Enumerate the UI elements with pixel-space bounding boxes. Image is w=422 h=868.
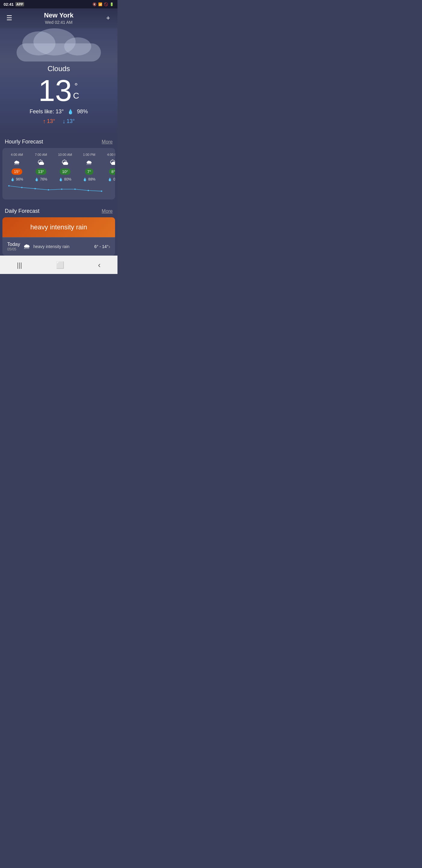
temperature-value: 13 (38, 75, 72, 105)
hour-temp: 7° (85, 168, 93, 175)
city-header: New York Wed 02:41 AM (14, 11, 104, 25)
svg-point-2 (34, 188, 36, 189)
hour-weather-icon: 🌥 (38, 159, 44, 167)
temperature-display: 13 °C (5, 75, 112, 105)
feels-like-text: Feels like: 13° (30, 108, 64, 115)
hour-time: 1:00 PM (83, 153, 96, 156)
hourly-section: Hourly Forecast More 4:00 AM 🌧 15° 💧 96%… (0, 134, 118, 203)
hour-precip: 💧 88% (83, 177, 96, 181)
precip-value: 88% (88, 177, 96, 181)
recent-apps-button[interactable]: ||| (11, 259, 28, 271)
daily-section: Daily Forecast More heavy intensity rain… (0, 203, 118, 255)
weather-condition: Clouds (5, 64, 112, 73)
hour-weather-icon: 🌧 (13, 159, 20, 167)
hour-temp: 13° (36, 168, 46, 175)
daily-header: Daily Forecast More (0, 203, 118, 217)
low-temp: ↓ 13° (62, 118, 75, 125)
status-icons: 🔇 📶 🚫 🔋 (93, 2, 114, 6)
time-display: 02:41 (4, 2, 13, 7)
rain-icon: 💧 (59, 178, 63, 181)
hour-time: 10:00 AM (58, 153, 72, 156)
precip-value: 76% (40, 177, 47, 181)
datetime: Wed 02:41 AM (14, 20, 104, 25)
precip-value: 80% (64, 177, 71, 181)
hour-temp: 8° (109, 168, 115, 175)
up-arrow-icon: ↑ (43, 118, 46, 125)
high-value: 13° (47, 118, 55, 124)
high-low-row: ↑ 13° ↓ 13° (5, 118, 112, 125)
bottom-navigation: ||| ⬜ ‹ (0, 255, 118, 274)
rain-icon: 💧 (108, 178, 112, 181)
hourly-item: 10:00 AM 🌥 10° 💧 80% (53, 152, 77, 183)
cloud-illustration (5, 34, 112, 61)
svg-point-4 (61, 188, 62, 190)
svg-point-6 (88, 190, 89, 191)
hourly-header: Hourly Forecast More (0, 134, 118, 148)
back-button[interactable]: ‹ (92, 258, 107, 272)
precip-value: 96% (16, 177, 23, 181)
weather-main-panel: Clouds 13 °C Feels like: 13° 💧 98% ↑ 13°… (0, 28, 118, 134)
status-bar: 02:41 APP 🔇 📶 🚫 🔋 (0, 0, 118, 8)
today-date: 05/05 (7, 247, 20, 251)
daily-more-link[interactable]: More (102, 209, 112, 214)
app-header: ☰ New York Wed 02:41 AM + (0, 8, 118, 28)
wifi-icon: 📶 (98, 2, 102, 6)
low-value: 13° (67, 118, 75, 124)
temp-line-chart (7, 183, 110, 195)
rain-icon: 💧 (83, 178, 87, 181)
hour-weather-icon: 🌧 (86, 159, 93, 167)
hourly-title: Hourly Forecast (5, 138, 43, 145)
hour-time: 4:00 AM (11, 153, 23, 156)
app-icon: APP (15, 2, 24, 6)
hourly-item: 4:00 AM 🌧 15° 💧 96% (5, 152, 29, 183)
daily-hero-card: heavy intensity rain (2, 217, 115, 237)
high-temp: ↑ 13° (43, 118, 55, 125)
svg-point-5 (74, 188, 75, 190)
daily-today-range: 6° - 14° (94, 244, 108, 249)
hourly-item: 7:00 AM 🌥 13° 💧 76% (29, 152, 53, 183)
daily-chevron-icon[interactable]: › (108, 244, 110, 250)
hour-precip: 💧 0% (108, 177, 115, 181)
battery-icon: 🔋 (110, 2, 114, 6)
hourly-more-link[interactable]: More (102, 139, 112, 145)
hour-temp: 10° (60, 168, 70, 175)
hour-temp: 15° (11, 168, 22, 175)
hour-precip: 💧 80% (59, 177, 71, 181)
svg-point-7 (101, 190, 102, 192)
add-location-button[interactable]: + (104, 14, 112, 22)
menu-button[interactable]: ☰ (5, 14, 14, 22)
daily-today-icon: 🌧 (23, 242, 30, 251)
svg-point-3 (48, 189, 49, 190)
hour-time: 4:00 PM (107, 153, 115, 156)
rain-icon: 💧 (35, 178, 39, 181)
daily-hero-description: heavy intensity rain (7, 223, 110, 231)
hour-weather-icon: 🌥 (110, 159, 115, 167)
down-arrow-icon: ↓ (62, 118, 65, 125)
temp-chart-container (5, 183, 112, 196)
hour-precip: 💧 76% (35, 177, 47, 181)
hour-weather-icon: 🌥 (62, 159, 68, 167)
daily-title: Daily Forecast (5, 208, 39, 214)
hourly-item: 4:00 PM 🌥 8° 💧 0% (101, 152, 115, 183)
today-label: Today (7, 242, 20, 247)
humidity-value: 98% (77, 108, 88, 115)
precip-value: 0% (113, 177, 115, 181)
humidity-icon: 💧 (67, 109, 73, 115)
status-left: 02:41 APP (4, 2, 24, 7)
hour-time: 7:00 AM (35, 153, 47, 156)
daily-today-desc: heavy intensity rain (33, 244, 94, 249)
city-name: New York (14, 11, 104, 19)
svg-point-1 (21, 187, 22, 188)
cloud-bump-right (64, 37, 91, 56)
no-sim-icon: 🚫 (104, 2, 108, 6)
temperature-unit: °C (73, 82, 79, 101)
svg-point-0 (8, 185, 9, 186)
feels-like-row: Feels like: 13° 💧 98% (5, 108, 112, 115)
mute-icon: 🔇 (93, 2, 97, 6)
rain-icon: 💧 (10, 178, 15, 181)
home-button[interactable]: ⬜ (50, 259, 70, 271)
hourly-item: 1:00 PM 🌧 7° 💧 88% (77, 152, 101, 183)
hour-precip: 💧 96% (10, 177, 23, 181)
hourly-container[interactable]: 4:00 AM 🌧 15° 💧 96% 7:00 AM 🌥 13° 💧 76% … (2, 148, 115, 199)
daily-today-row[interactable]: Today 05/05 🌧 heavy intensity rain 6° - … (2, 237, 115, 255)
